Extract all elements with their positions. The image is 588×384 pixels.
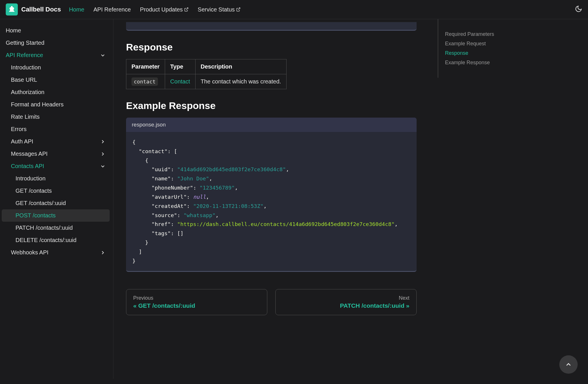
code-block-partial [126, 22, 417, 31]
toc-response[interactable]: Response [445, 48, 511, 58]
chevron-right-icon [100, 250, 106, 256]
json-key: "href" [152, 221, 171, 227]
sidebar-contacts-intro[interactable]: Introduction [2, 172, 110, 185]
code-card: response.json { "contact": [ { "uuid": "… [126, 118, 417, 272]
json-key: "phoneNumber" [152, 185, 193, 191]
brand-logo[interactable] [6, 3, 18, 15]
td-type: Contact [165, 74, 195, 89]
json-value: "414a6d692bd645ed803f2e7ce360d4c8" [177, 166, 286, 172]
json-key: "contact" [139, 148, 167, 154]
nav-service-status-label: Service Status [198, 6, 235, 13]
sidebar-api-reference[interactable]: API Reference [2, 49, 110, 61]
svg-point-0 [11, 6, 12, 7]
json-key: "tags" [152, 230, 171, 236]
heading-example-response: Example Response [126, 100, 417, 111]
toc-example-response[interactable]: Example Response [445, 58, 511, 67]
prev-page-card[interactable]: Previous « GET /contacts/:uuid [126, 289, 267, 315]
sidebar-messages-api[interactable]: Messages API [2, 148, 110, 160]
json-key: "createdAt" [152, 203, 187, 209]
sidebar-webhooks-api[interactable]: Webhooks API [2, 246, 110, 259]
sidebar-contacts-api-label: Contacts API [11, 163, 44, 169]
sidebar-get-contacts[interactable]: GET /contacts [2, 185, 110, 197]
next-title: PATCH /contacts/:uuid » [283, 302, 409, 309]
json-value: "whatsapp" [183, 212, 215, 218]
scroll-to-top-button[interactable] [559, 355, 578, 374]
prev-label: Previous [133, 295, 260, 301]
json-key: "name" [152, 176, 171, 182]
sidebar-home[interactable]: Home [2, 24, 110, 37]
json-value: "123456789" [200, 185, 235, 191]
next-page-card[interactable]: Next PATCH /contacts/:uuid » [275, 289, 417, 315]
toc-example-request[interactable]: Example Request [445, 39, 511, 48]
heading-response: Response [126, 42, 417, 53]
chevron-down-icon [100, 163, 106, 169]
next-label: Next [283, 295, 409, 301]
chevron-down-icon [100, 52, 106, 58]
nav-product-updates[interactable]: Product Updates [140, 6, 189, 13]
main-content: Response Parameter Type Description cont… [113, 19, 429, 379]
type-link[interactable]: Contact [170, 78, 190, 85]
sidebar-webhooks-api-label: Webhooks API [11, 249, 49, 256]
moon-icon [575, 5, 582, 13]
json-value: null [193, 194, 206, 200]
sidebar-errors[interactable]: Errors [2, 123, 110, 135]
code-title: response.json [126, 118, 417, 132]
json-value: "John Doe" [177, 176, 209, 182]
th-type: Type [165, 59, 195, 74]
th-parameter: Parameter [126, 59, 165, 74]
theme-toggle[interactable] [575, 5, 582, 14]
brand-title: Callbell Docs [21, 6, 61, 13]
sidebar-rate-limits[interactable]: Rate Limits [2, 111, 110, 123]
sidebar-get-contact-uuid[interactable]: GET /contacts/:uuid [2, 197, 110, 209]
td-parameter: contact [126, 74, 165, 89]
td-description: The contact which was created. [195, 74, 286, 89]
sidebar-auth-api[interactable]: Auth API [2, 135, 110, 148]
chevron-right-icon [100, 151, 106, 157]
sidebar-format-headers[interactable]: Format and Headers [2, 98, 110, 111]
sidebar-delete-contacts[interactable]: DELETE /contacts/:uuid [2, 234, 110, 246]
sidebar: Home Getting Started API Reference Intro… [0, 19, 113, 379]
sidebar-base-url[interactable]: Base URL [2, 74, 110, 86]
sidebar-introduction[interactable]: Introduction [2, 61, 110, 74]
sidebar-patch-contacts[interactable]: PATCH /contacts/:uuid [2, 222, 110, 234]
toc-required-parameters[interactable]: Required Parameters [445, 30, 511, 39]
json-key: "avatarUrl" [152, 194, 187, 200]
sidebar-getting-started[interactable]: Getting Started [2, 37, 110, 49]
sidebar-post-contacts[interactable]: POST /contacts [2, 209, 110, 222]
chevron-up-icon [565, 361, 572, 368]
nav-home[interactable]: Home [69, 6, 84, 13]
param-code: contact [131, 77, 158, 86]
sidebar-contacts-api[interactable]: Contacts API [2, 160, 110, 172]
nav-product-updates-label: Product Updates [140, 6, 183, 13]
json-value: "2020-11-13T21:08:53Z" [193, 203, 264, 209]
nav-service-status[interactable]: Service Status [198, 6, 241, 13]
json-key: "uuid" [152, 166, 171, 172]
table-of-contents: Required Parameters Example Request Resp… [438, 19, 518, 78]
sidebar-messages-api-label: Messages API [11, 151, 48, 157]
sidebar-authorization[interactable]: Authorization [2, 86, 110, 98]
sidebar-api-reference-label: API Reference [6, 52, 43, 59]
nav-api-reference[interactable]: API Reference [94, 6, 131, 13]
prev-title: « GET /contacts/:uuid [133, 302, 260, 309]
external-link-icon [184, 7, 189, 12]
chevron-right-icon [100, 139, 106, 145]
code-body: { "contact": [ { "uuid": "414a6d692bd645… [126, 132, 417, 271]
th-description: Description [195, 59, 286, 74]
external-link-icon [236, 7, 241, 12]
response-table: Parameter Type Description contact Conta… [126, 59, 287, 89]
sidebar-auth-api-label: Auth API [11, 138, 33, 145]
json-value: "https://dash.callbell.eu/contacts/414a6… [177, 221, 394, 227]
json-key: "source" [152, 212, 177, 218]
